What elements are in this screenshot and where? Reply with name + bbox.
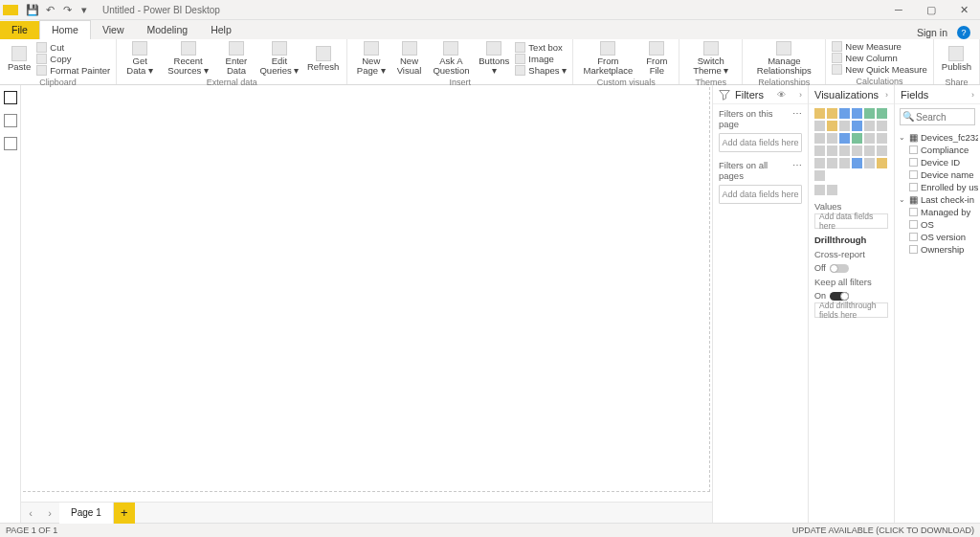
filters-collapse-icon[interactable]: › xyxy=(799,90,802,100)
copy-button[interactable]: Copy xyxy=(36,54,110,64)
publish-button[interactable]: Publish xyxy=(938,41,975,76)
page-prev[interactable]: ‹ xyxy=(21,507,40,519)
field-item[interactable]: OS version xyxy=(897,231,978,243)
redo-icon[interactable]: ↷ xyxy=(60,3,74,16)
field-item[interactable]: OS xyxy=(897,218,978,231)
fields-collapse-icon[interactable]: › xyxy=(971,90,974,100)
tab-modeling[interactable]: Modeling xyxy=(136,21,200,39)
viz-type-icon[interactable] xyxy=(877,108,887,119)
more-icon[interactable]: ⋯ xyxy=(792,108,802,129)
viz-type-icon[interactable] xyxy=(839,158,850,168)
viz-type-icon[interactable] xyxy=(827,133,837,144)
help-icon[interactable]: ? xyxy=(957,26,970,39)
field-item[interactable]: Ownership xyxy=(897,243,978,256)
manage-relationships-button[interactable]: Manage Relationships xyxy=(746,41,821,76)
fields-search[interactable]: 🔍 xyxy=(900,108,975,125)
from-file-button[interactable]: From File xyxy=(639,41,676,76)
refresh-button[interactable]: Refresh xyxy=(303,41,343,76)
add-page-button[interactable]: + xyxy=(114,503,135,524)
textbox-button[interactable]: Text box xyxy=(515,42,567,53)
field-item[interactable]: Enrolled by us... xyxy=(897,181,978,193)
field-item[interactable]: Compliance xyxy=(897,144,978,156)
new-page-button[interactable]: New Page ▾ xyxy=(351,41,390,76)
qat-dropdown-icon[interactable]: ▾ xyxy=(78,3,91,16)
tab-file[interactable]: File xyxy=(0,21,39,39)
table-node[interactable]: ⌄▦Devices_fc2320d2-9... xyxy=(897,131,978,144)
viz-type-icon[interactable] xyxy=(827,121,837,131)
viz-type-icon[interactable] xyxy=(877,158,887,168)
viz-type-icon[interactable] xyxy=(814,145,825,156)
buttons-button[interactable]: Buttons ▾ xyxy=(475,41,513,76)
viz-type-icon[interactable] xyxy=(827,108,837,119)
maximize-button[interactable]: ▢ xyxy=(915,0,947,20)
shapes-button[interactable]: Shapes ▾ xyxy=(515,65,567,76)
viz-type-icon[interactable] xyxy=(827,145,837,156)
data-view-icon[interactable] xyxy=(4,114,17,127)
cut-button[interactable]: Cut xyxy=(36,42,110,53)
close-button[interactable]: ✕ xyxy=(947,0,980,20)
viz-type-icon[interactable] xyxy=(864,121,875,131)
get-data-button[interactable]: Get Data ▾ xyxy=(121,41,159,76)
more-icon[interactable]: ⋯ xyxy=(792,160,802,181)
viz-type-icon[interactable] xyxy=(814,158,825,168)
new-column-button[interactable]: New Column xyxy=(832,53,927,63)
viz-type-icon[interactable] xyxy=(839,145,850,156)
field-item[interactable]: Managed by xyxy=(897,206,978,218)
viz-type-icon[interactable] xyxy=(877,145,887,156)
save-icon[interactable]: 💾 xyxy=(26,3,39,16)
viz-type-icon[interactable] xyxy=(852,133,862,144)
viz-type-icon[interactable] xyxy=(827,158,837,168)
viz-type-icon[interactable] xyxy=(839,133,850,144)
fields-tab-icon[interactable] xyxy=(814,185,825,195)
viz-type-icon[interactable] xyxy=(839,108,850,119)
filters-all-pages-drop[interactable]: Add data fields here xyxy=(719,185,802,204)
ask-question-button[interactable]: Ask A Question xyxy=(428,41,475,76)
minimize-button[interactable]: ─ xyxy=(882,0,915,20)
page-tab-1[interactable]: Page 1 xyxy=(59,503,114,524)
viz-type-icon[interactable] xyxy=(814,108,825,119)
viz-type-icon[interactable] xyxy=(877,133,887,144)
viz-type-icon[interactable] xyxy=(864,158,875,168)
tab-home[interactable]: Home xyxy=(39,20,91,39)
image-button[interactable]: Image xyxy=(515,54,567,64)
switch-theme-button[interactable]: Switch Theme ▾ xyxy=(683,41,738,76)
new-measure-button[interactable]: New Measure xyxy=(832,41,927,52)
field-item[interactable]: ⌄▦Last check-in xyxy=(897,193,978,206)
enter-data-button[interactable]: Enter Data xyxy=(217,41,256,76)
report-view-icon[interactable] xyxy=(4,91,17,104)
viz-type-icon[interactable] xyxy=(877,121,887,131)
viz-type-icon[interactable] xyxy=(852,121,862,131)
filters-this-page-drop[interactable]: Add data fields here xyxy=(719,133,802,152)
recent-sources-button[interactable]: Recent Sources ▾ xyxy=(159,41,217,76)
paste-button[interactable]: Paste xyxy=(4,41,34,76)
viz-collapse-icon[interactable]: › xyxy=(885,90,888,100)
from-marketplace-button[interactable]: From Marketplace xyxy=(577,41,638,76)
update-available[interactable]: UPDATE AVAILABLE (CLICK TO DOWNLOAD) xyxy=(792,526,974,535)
sign-in-link[interactable]: Sign in xyxy=(917,27,947,38)
viz-more-icon[interactable] xyxy=(814,170,825,181)
model-view-icon[interactable] xyxy=(4,137,17,150)
edit-queries-button[interactable]: Edit Queries ▾ xyxy=(256,41,303,76)
viz-type-icon[interactable] xyxy=(814,121,825,131)
page-next[interactable]: › xyxy=(40,507,59,519)
viz-type-icon[interactable] xyxy=(852,158,862,168)
keep-filters-toggle[interactable] xyxy=(830,292,849,301)
filters-options-icon[interactable]: 👁 xyxy=(777,90,786,100)
cross-report-toggle[interactable] xyxy=(830,264,849,273)
viz-type-icon[interactable] xyxy=(852,108,862,119)
viz-type-icon[interactable] xyxy=(864,133,875,144)
tab-view[interactable]: View xyxy=(91,21,136,39)
viz-type-icon[interactable] xyxy=(852,145,862,156)
field-item[interactable]: Device name xyxy=(897,168,978,181)
drillthrough-drop[interactable]: Add drillthrough fields here xyxy=(814,302,888,318)
tab-help[interactable]: Help xyxy=(199,21,243,39)
values-drop[interactable]: Add data fields here xyxy=(814,213,888,229)
new-quick-measure-button[interactable]: New Quick Measure xyxy=(832,64,927,75)
viz-type-icon[interactable] xyxy=(839,121,850,131)
field-item[interactable]: Device ID xyxy=(897,156,978,168)
format-tab-icon[interactable] xyxy=(827,185,837,195)
report-canvas[interactable] xyxy=(23,87,710,502)
viz-type-icon[interactable] xyxy=(864,145,875,156)
new-visual-button[interactable]: New Visual xyxy=(390,41,427,76)
undo-icon[interactable]: ↶ xyxy=(43,3,56,16)
